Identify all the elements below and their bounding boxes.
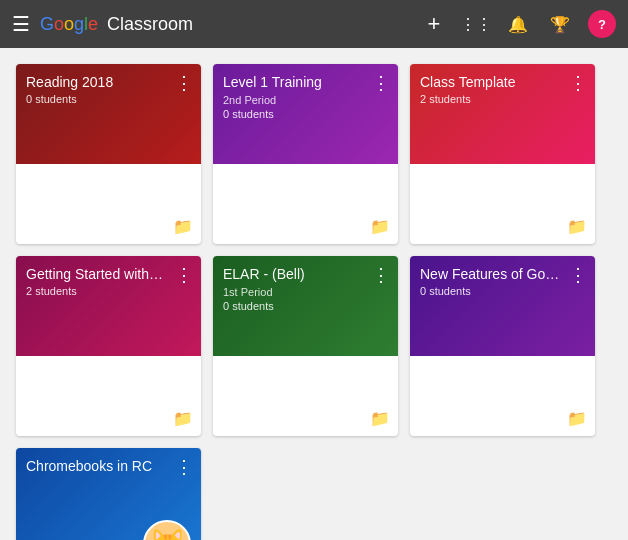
card-title: New Features of Googl...: [420, 266, 560, 283]
card-students: 0 students: [26, 93, 191, 105]
notifications-button[interactable]: 🔔: [504, 10, 532, 38]
class-card-chromebooks[interactable]: Chromebooks in RC ⋮ 🐱 9-25-15 Kasey Bell…: [16, 448, 201, 540]
card-body: 📁: [16, 356, 201, 436]
menu-icon[interactable]: ☰: [12, 12, 30, 36]
card-body: 📁: [410, 356, 595, 436]
card-header: Reading 2018 0 students ⋮: [16, 64, 201, 164]
folder-icon[interactable]: 📁: [173, 217, 193, 236]
card-body: 📁: [16, 164, 201, 244]
plus-icon: +: [428, 11, 441, 37]
card-title: ELAR - (Bell): [223, 266, 363, 283]
card-students: 0 students: [223, 108, 388, 120]
card-more-button[interactable]: ⋮: [368, 70, 394, 96]
folder-icon[interactable]: 📁: [567, 217, 587, 236]
card-subtitle: 1st Period: [223, 286, 388, 298]
card-header: ELAR - (Bell) 1st Period 0 students ⋮: [213, 256, 398, 356]
card-title: Class Template: [420, 74, 560, 91]
chromebook-header: Chromebooks in RC ⋮ 🐱: [16, 448, 201, 540]
card-title: Chromebooks in RC: [26, 458, 166, 475]
card-students: 0 students: [223, 300, 388, 312]
card-students: 2 students: [26, 285, 191, 297]
topbar: ☰ Google Classroom + ⋮⋮ 🔔 🏆 ?: [0, 0, 628, 48]
trophy-button[interactable]: 🏆: [546, 10, 574, 38]
folder-icon[interactable]: 📁: [173, 409, 193, 428]
apps-icon: ⋮⋮: [460, 15, 492, 34]
card-students: 0 students: [420, 285, 585, 297]
class-card-level1-training[interactable]: Level 1 Training 2nd Period 0 students ⋮…: [213, 64, 398, 244]
card-more-button[interactable]: ⋮: [171, 262, 197, 288]
card-title: Level 1 Training: [223, 74, 363, 91]
class-card-getting-started[interactable]: Getting Started with G... 2 students ⋮ 📁: [16, 256, 201, 436]
card-title: Reading 2018: [26, 74, 166, 91]
card-header: New Features of Googl... 0 students ⋮: [410, 256, 595, 356]
card-more-button[interactable]: ⋮: [565, 262, 591, 288]
main-content: Reading 2018 0 students ⋮ 📁 Level 1 Trai…: [0, 48, 628, 540]
card-row-1: Reading 2018 0 students ⋮ 📁 Level 1 Trai…: [16, 64, 612, 244]
card-body: 📁: [213, 356, 398, 436]
bell-icon: 🔔: [508, 15, 528, 34]
card-body: 📁: [213, 164, 398, 244]
class-card-elar-bell[interactable]: ELAR - (Bell) 1st Period 0 students ⋮ 📁: [213, 256, 398, 436]
add-button[interactable]: +: [420, 10, 448, 38]
user-avatar[interactable]: ?: [588, 10, 616, 38]
folder-icon[interactable]: 📁: [567, 409, 587, 428]
card-more-button[interactable]: ⋮: [171, 454, 197, 480]
avatar: 🐱: [143, 520, 191, 540]
folder-icon[interactable]: 📁: [370, 217, 390, 236]
topbar-actions: + ⋮⋮ 🔔 🏆 ?: [420, 10, 616, 38]
card-title: Getting Started with G...: [26, 266, 166, 283]
card-row-2: Getting Started with G... 2 students ⋮ 📁…: [16, 256, 612, 436]
card-more-button[interactable]: ⋮: [171, 70, 197, 96]
class-card-new-features[interactable]: New Features of Googl... 0 students ⋮ 📁: [410, 256, 595, 436]
card-header: Level 1 Training 2nd Period 0 students ⋮: [213, 64, 398, 164]
folder-icon[interactable]: 📁: [370, 409, 390, 428]
card-students: 2 students: [420, 93, 585, 105]
card-header: Class Template 2 students ⋮: [410, 64, 595, 164]
apps-button[interactable]: ⋮⋮: [462, 10, 490, 38]
class-card-class-template[interactable]: Class Template 2 students ⋮ 📁: [410, 64, 595, 244]
card-body: 📁: [410, 164, 595, 244]
class-card-reading-2018[interactable]: Reading 2018 0 students ⋮ 📁: [16, 64, 201, 244]
avatar-emoji: 🐱: [149, 527, 186, 541]
card-subtitle: 2nd Period: [223, 94, 388, 106]
app-logo: Google Classroom: [40, 14, 193, 35]
trophy-icon: 🏆: [550, 15, 570, 34]
card-more-button[interactable]: ⋮: [368, 262, 394, 288]
card-header: Getting Started with G... 2 students ⋮: [16, 256, 201, 356]
card-row-3: Chromebooks in RC ⋮ 🐱 9-25-15 Kasey Bell…: [16, 448, 612, 540]
card-more-button[interactable]: ⋮: [565, 70, 591, 96]
logo-text: Google Classroom: [40, 14, 193, 35]
